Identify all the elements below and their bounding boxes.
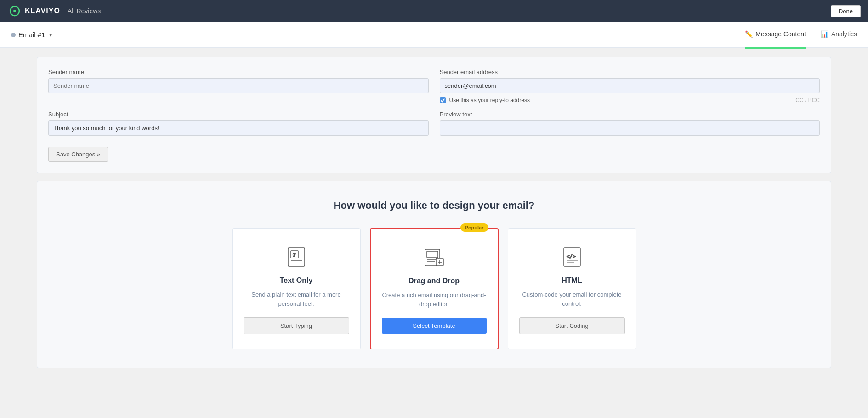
- svg-rect-7: [427, 251, 438, 258]
- tab-analytics-label: Analytics: [831, 30, 857, 38]
- sub-navigation: Email #1 ▼ ✏️ Message Content 📊 Analytic…: [0, 22, 868, 48]
- html-icon: </>: [558, 243, 586, 271]
- sender-email-group: Sender email address Use this as your re…: [440, 69, 820, 103]
- pencil-icon: ✏️: [745, 30, 753, 38]
- chart-icon: 📊: [821, 30, 828, 38]
- reply-to-row: Use this as your reply-to address CC / B…: [440, 97, 820, 103]
- preview-text-label: Preview text: [440, 111, 820, 118]
- reply-to-label: Use this as your reply-to address: [449, 97, 530, 103]
- klaviyo-logo[interactable]: KLAVIYO: [7, 6, 60, 17]
- subject-input[interactable]: [48, 120, 429, 136]
- start-typing-button[interactable]: Start Typing: [244, 317, 349, 334]
- design-title: How would you like to design your email?: [48, 200, 820, 212]
- logo-text: KLAVIYO: [25, 7, 60, 15]
- email-title-text: Email #1: [18, 31, 45, 39]
- svg-text:</>: </>: [567, 253, 576, 259]
- select-template-button[interactable]: Select Template: [382, 318, 487, 334]
- drag-drop-desc: Create a rich email using our drag-and-d…: [382, 291, 487, 309]
- popular-badge: Popular: [460, 223, 488, 232]
- drag-and-drop-option[interactable]: Popular Drag and Drop Create a rich emai…: [370, 228, 499, 349]
- text-only-option[interactable]: T Text Only Send a plain text email for …: [232, 228, 361, 349]
- sender-email-input[interactable]: [440, 78, 820, 93]
- tab-message-content[interactable]: ✏️ Message Content: [745, 30, 806, 40]
- form-card: Sender name Sender email address Use thi…: [37, 57, 831, 173]
- text-only-desc: Send a plain text email for a more perso…: [244, 290, 349, 308]
- drag-drop-title: Drag and Drop: [408, 277, 460, 285]
- html-desc: Custom-code your email for complete cont…: [519, 290, 625, 308]
- done-button[interactable]: Done: [831, 5, 861, 17]
- cc-bcc-link[interactable]: CC / BCC: [795, 97, 820, 103]
- html-option[interactable]: </> HTML Custom-code your email for comp…: [508, 228, 636, 349]
- reply-to-checkbox[interactable]: [440, 97, 446, 103]
- subject-label: Subject: [48, 111, 429, 118]
- sender-email-label: Sender email address: [440, 69, 820, 75]
- preview-text-input[interactable]: [440, 120, 820, 136]
- text-only-title: Text Only: [280, 276, 313, 285]
- start-coding-button[interactable]: Start Coding: [519, 317, 625, 334]
- email-title-container[interactable]: Email #1 ▼: [11, 31, 53, 39]
- preview-text-group: Preview text: [440, 111, 820, 136]
- save-changes-button[interactable]: Save Changes »: [48, 147, 108, 162]
- chevron-down-icon: ▼: [48, 32, 53, 38]
- html-title: HTML: [562, 276, 582, 285]
- sender-name-label: Sender name: [48, 69, 429, 75]
- main-content: Sender name Sender email address Use thi…: [0, 48, 868, 418]
- drag-drop-icon: [420, 244, 448, 271]
- sender-name-input[interactable]: [48, 78, 429, 93]
- design-options-container: T Text Only Send a plain text email for …: [48, 228, 820, 349]
- tab-message-content-label: Message Content: [755, 30, 806, 38]
- top-navigation: KLAVIYO Ali Reviews Done: [0, 0, 868, 22]
- app-name: Ali Reviews: [68, 7, 101, 15]
- svg-point-0: [13, 10, 16, 12]
- subject-group: Subject: [48, 111, 429, 136]
- tab-analytics[interactable]: 📊 Analytics: [821, 30, 857, 40]
- sub-nav-tabs: ✏️ Message Content 📊 Analytics: [745, 30, 857, 40]
- sender-name-group: Sender name: [48, 69, 429, 103]
- svg-text:T: T: [293, 252, 296, 258]
- text-only-icon: T: [283, 243, 310, 271]
- design-card: How would you like to design your email?…: [37, 181, 831, 368]
- email-status-dot: [11, 33, 16, 37]
